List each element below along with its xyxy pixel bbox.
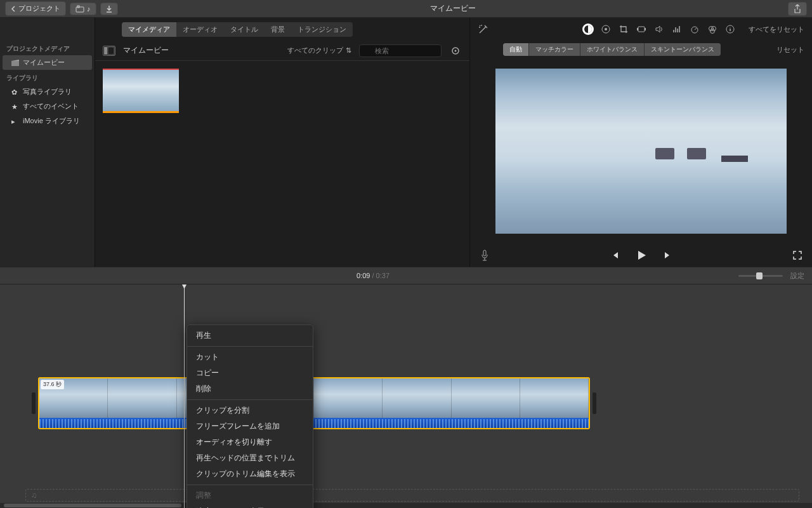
equalizer-icon[interactable] [671, 23, 683, 35]
settings-gear-button[interactable] [449, 44, 462, 57]
clip-filter-dropdown[interactable]: すべてのクリップ ⇅ [287, 46, 351, 55]
info-icon[interactable] [724, 23, 736, 35]
prev-button[interactable] [610, 250, 620, 260]
voiceover-button[interactable] [480, 250, 489, 261]
clip-trim-handle-right[interactable] [593, 392, 596, 414]
tab-transitions[interactable]: トランジション [291, 22, 353, 37]
reset-all-button[interactable]: すべてをリセット [749, 25, 804, 34]
preview-viewport [470, 58, 812, 244]
svg-rect-4 [108, 47, 114, 55]
video-frame[interactable] [495, 69, 787, 234]
reset-button[interactable]: リセット [776, 45, 804, 55]
context-menu-item[interactable]: カット [187, 349, 313, 365]
scrollbar-thumb[interactable] [4, 504, 181, 507]
context-menu-item: 調整 [187, 488, 313, 504]
music-note-icon: ♪ [87, 5, 91, 13]
clip-filmstrip [39, 378, 589, 418]
import-media-button[interactable]: ♪ [70, 3, 96, 15]
clip-duration-badge: 37.6 秒 [41, 380, 64, 389]
context-menu-item[interactable]: 再生 [187, 328, 313, 344]
total-duration: 0:37 [376, 272, 390, 279]
adjust-tab-white-balance[interactable]: ホワイトバランス [580, 43, 645, 56]
sidebar-toggle-button[interactable] [103, 46, 115, 56]
svg-point-16 [710, 29, 715, 34]
media-content [95, 61, 469, 267]
current-time: 0:09 [357, 272, 370, 279]
play-button[interactable] [635, 249, 648, 262]
media-browser: マイメディア オーディオ タイトル 背景 トランジション マイムービー すべての… [95, 18, 469, 267]
svg-rect-11 [637, 28, 638, 30]
sidebar-section-library: ライブラリ [0, 70, 95, 84]
audio-track-row[interactable]: ♫ [25, 489, 799, 502]
back-label: プロジェクト [18, 4, 60, 13]
svg-point-9 [605, 28, 607, 30]
horizontal-scrollbar[interactable] [0, 503, 812, 508]
clapperboard-icon [11, 59, 19, 67]
star-icon: ★ [11, 103, 19, 110]
magic-wand-button[interactable] [478, 23, 489, 35]
clip-trim-handle-left[interactable] [32, 392, 36, 414]
adjust-tab-match-color[interactable]: マッチカラー [529, 43, 580, 56]
sidebar-item-photo-library[interactable]: ✿ 写真ライブラリ [0, 84, 95, 99]
timeline-header: 0:09 / 0:37 設定 [0, 267, 812, 284]
zoom-thumb[interactable] [756, 272, 763, 279]
timeline[interactable]: 37.6 秒 ♫ [0, 284, 812, 508]
context-menu-item[interactable]: フリーズフレームを追加 [187, 418, 313, 434]
color-adjust-tabs: 自動 マッチカラー ホワイトバランス スキントーンバランス [503, 43, 721, 56]
timecode: 0:09 / 0:37 [8, 272, 738, 279]
svg-rect-18 [483, 250, 486, 256]
context-menu-separator [187, 485, 313, 485]
svg-rect-10 [638, 27, 645, 32]
adjust-tab-auto[interactable]: 自動 [503, 43, 529, 56]
media-clip-thumbnail[interactable] [103, 69, 179, 113]
chevron-right-icon: ▸ [11, 117, 19, 125]
context-menu-separator [187, 399, 313, 400]
crop-icon[interactable] [618, 23, 629, 35]
share-button[interactable] [788, 2, 807, 16]
timeline-clip[interactable]: 37.6 秒 [38, 377, 590, 429]
zoom-slider[interactable] [738, 275, 783, 277]
context-menu-item[interactable]: オーディオを切り離す [187, 434, 313, 450]
search-input[interactable] [359, 44, 442, 57]
context-menu-item[interactable]: コピー [187, 365, 313, 381]
tab-audio[interactable]: オーディオ [176, 22, 224, 37]
sidebar-item-all-events[interactable]: ★ すべてのイベント [0, 99, 95, 114]
updown-icon: ⇅ [346, 46, 351, 55]
top-toolbar: プロジェクト ♪ マイムービー [0, 0, 812, 18]
tab-my-media[interactable]: マイメディア [122, 22, 176, 37]
context-menu-item[interactable]: クリップのトリム編集を表示 [187, 466, 313, 482]
clip-audio-waveform[interactable] [39, 418, 589, 429]
stabilize-icon[interactable] [636, 23, 647, 35]
speed-icon[interactable] [689, 23, 700, 35]
filter-label: すべてのクリップ [287, 46, 343, 55]
context-menu-item[interactable]: 速度エディタを表示 [187, 504, 313, 508]
context-menu: 再生カットコピー削除クリップを分割フリーズフレームを追加オーディオを切り離す再生… [187, 324, 313, 508]
playhead[interactable] [184, 284, 185, 508]
sidebar-item-label: すべてのイベント [23, 102, 79, 111]
svg-point-6 [455, 50, 457, 51]
volume-icon[interactable] [653, 23, 665, 35]
preview-panel: すべてをリセット 自動 マッチカラー ホワイトバランス スキントーンバランス リ… [469, 18, 812, 267]
sidebar-item-my-movie[interactable]: マイムービー [3, 55, 92, 70]
context-menu-separator [187, 346, 313, 347]
playback-controls [470, 244, 812, 267]
next-button[interactable] [663, 250, 673, 260]
fullscreen-button[interactable] [793, 251, 802, 260]
adjust-tab-skin-tone[interactable]: スキントーンバランス [645, 43, 721, 56]
tab-titles[interactable]: タイトル [224, 22, 265, 37]
timeline-settings-button[interactable]: 設定 [790, 271, 804, 281]
back-to-projects-button[interactable]: プロジェクト [5, 1, 66, 16]
context-menu-item[interactable]: クリップを分割 [187, 403, 313, 418]
tab-backgrounds[interactable]: 背景 [265, 22, 291, 37]
color-wheel-icon[interactable] [600, 23, 612, 35]
sidebar-item-label: iMovie ライブラリ [23, 116, 80, 126]
media-collection-name: マイムービー [123, 45, 169, 56]
context-menu-item[interactable]: 削除 [187, 381, 313, 397]
sidebar: プロジェクトメディア マイムービー ライブラリ ✿ 写真ライブラリ ★ すべての… [0, 18, 95, 267]
download-button[interactable] [100, 3, 118, 15]
color-balance-icon[interactable] [582, 23, 594, 35]
context-menu-item[interactable]: 再生ヘッドの位置までトリム [187, 450, 313, 466]
filter-icon[interactable] [707, 23, 718, 35]
sidebar-item-imovie-library[interactable]: ▸ iMovie ライブラリ [0, 114, 95, 128]
window-title: マイムービー [122, 3, 785, 14]
